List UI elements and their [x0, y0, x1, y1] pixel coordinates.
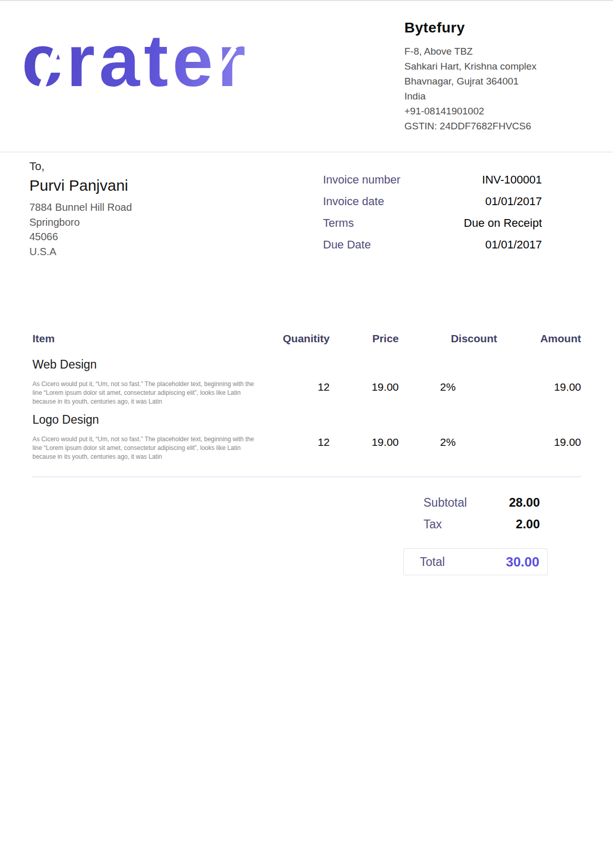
- tax-row: Tax 2.00: [403, 516, 548, 532]
- customer-address-line: 7884 Bunnel Hill Road: [29, 200, 277, 215]
- crater-logo: crater: [22, 25, 250, 102]
- company-address: F-8, Above TBZ Sahkari Hart, Krishna com…: [404, 44, 605, 133]
- terms-row: Terms Due on Receipt: [323, 215, 542, 230]
- item-amount: 19.00: [497, 357, 581, 406]
- tax-value: 2.00: [516, 516, 540, 532]
- total-box: Total 30.00: [403, 548, 548, 575]
- column-header-discount: Discount: [399, 331, 497, 346]
- customer-name: Purvi Panjvani: [29, 175, 277, 196]
- totals-block: Subtotal 28.00 Tax 2.00 Total 30.00: [403, 495, 548, 575]
- item-description: As Cicero would put it, “Um, not so fast…: [32, 380, 255, 406]
- subtotal-label: Subtotal: [423, 495, 467, 510]
- invoice-date-value: 01/01/2017: [485, 194, 542, 209]
- item-quantity: 12: [252, 357, 330, 406]
- company-address-line: F-8, Above TBZ: [404, 44, 605, 59]
- terms-label: Terms: [323, 215, 354, 230]
- invoice-number-value: INV-100001: [482, 172, 542, 187]
- company-name: Bytefury: [404, 19, 605, 37]
- column-header-price: Price: [330, 331, 399, 346]
- total-label: Total: [420, 555, 445, 569]
- column-header-amount: Amount: [497, 331, 581, 346]
- due-date-label: Due Date: [323, 237, 371, 252]
- column-header-item: Item: [32, 331, 252, 346]
- company-gstin: GSTIN: 24DDF7682FHVCS6: [404, 119, 605, 133]
- item-discount: 2%: [399, 412, 497, 461]
- invoice-date-label: Invoice date: [323, 194, 384, 209]
- bill-to-block: To, Purvi Panjvani 7884 Bunnel Hill Road…: [29, 159, 277, 259]
- item-price: 19.00: [330, 357, 399, 406]
- customer-address-line: Springboro: [29, 215, 277, 230]
- customer-address-line: 45066: [29, 229, 277, 244]
- company-address-line: Sahkari Hart, Krishna complex: [404, 59, 605, 74]
- company-block: Bytefury F-8, Above TBZ Sahkari Hart, Kr…: [404, 19, 605, 133]
- item-amount: 19.00: [497, 412, 581, 461]
- invoice-meta-block: Invoice number INV-100001 Invoice date 0…: [323, 172, 542, 259]
- item-discount: 2%: [399, 357, 497, 406]
- company-address-line: Bhavnagar, Gujrat 364001: [404, 74, 605, 89]
- total-value: 30.00: [506, 554, 539, 570]
- item-cell: Web Design As Cicero would put it, “Um, …: [32, 357, 252, 406]
- crater-logo-text: crater: [22, 25, 250, 97]
- table-row: Logo Design As Cicero would put it, “Um,…: [32, 412, 581, 461]
- due-date-value: 01/01/2017: [485, 237, 542, 252]
- invoice-date-row: Invoice date 01/01/2017: [323, 194, 542, 209]
- invoice-page: crater Bytefury F-8, Above TBZ Sahkari H…: [0, 0, 613, 868]
- terms-value: Due on Receipt: [464, 215, 542, 230]
- item-price: 19.00: [330, 412, 399, 461]
- customer-address: 7884 Bunnel Hill Road Springboro 45066 U…: [29, 200, 277, 259]
- item-name: Logo Design: [32, 412, 252, 427]
- customer-address-line: U.S.A: [29, 244, 277, 259]
- company-phone: +91-08141901002: [404, 104, 605, 119]
- item-name: Web Design: [32, 357, 252, 372]
- company-address-line: India: [404, 89, 605, 104]
- item-quantity: 12: [252, 412, 330, 461]
- totals-divider: [32, 476, 581, 477]
- column-header-quantity: Quanitity: [252, 331, 330, 346]
- subtotal-row: Subtotal 28.00: [403, 495, 548, 510]
- header-divider: [0, 152, 613, 153]
- subtotal-value: 28.00: [509, 495, 540, 510]
- invoice-number-label: Invoice number: [323, 172, 400, 187]
- item-description: As Cicero would put it, “Um, not so fast…: [32, 435, 255, 461]
- bill-to-intro: To,: [29, 159, 277, 174]
- invoice-number-row: Invoice number INV-100001: [323, 172, 542, 187]
- items-table-header: Item Quanitity Price Discount Amount: [32, 331, 581, 346]
- due-date-row: Due Date 01/01/2017: [323, 237, 542, 252]
- tax-label: Tax: [423, 516, 442, 532]
- item-cell: Logo Design As Cicero would put it, “Um,…: [32, 412, 252, 461]
- table-row: Web Design As Cicero would put it, “Um, …: [32, 357, 581, 406]
